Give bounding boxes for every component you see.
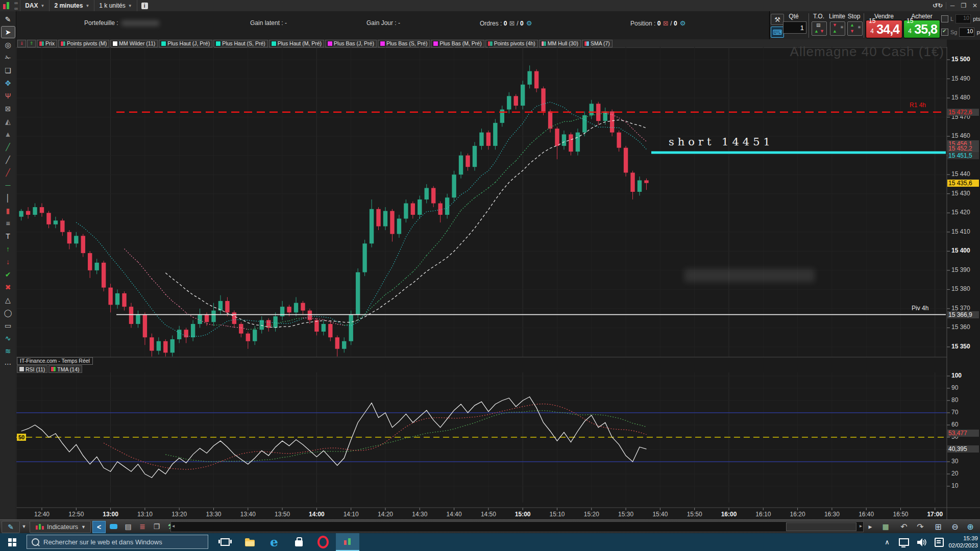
zoom-out-icon[interactable]: ⊖ (948, 521, 962, 532)
time-tick-label: 13:00 (100, 511, 122, 518)
price-tick-label: 15 380 (951, 285, 979, 292)
trading-platform-window: ∞∞ DAX▼ 2 minutes▼ 1 k unités▼ i ↺↻ ─ ❐ … (0, 0, 980, 551)
time-tick-label: 15:40 (649, 511, 671, 518)
price-tick-label: 15 360 (951, 323, 979, 331)
price-value-label: 15 451,5 (947, 152, 979, 159)
indicators-button[interactable]: Indicateurs ▼ (30, 521, 91, 533)
share-icon[interactable]: < (92, 521, 106, 533)
price-chart[interactable] (0, 0, 980, 551)
volume-icon[interactable] (914, 533, 930, 551)
rsi-tick-label: 80 (951, 396, 979, 404)
time-tick-label: 13:30 (203, 511, 225, 518)
time-tick-label: 13:20 (168, 511, 190, 518)
legend-swatch-icon (51, 367, 56, 371)
time-tick-label: 14:10 (340, 511, 362, 518)
time-tick-label: 15:30 (615, 511, 637, 518)
price-tick-label: 15 440 (951, 170, 979, 178)
rsi-tick-label: 20 (951, 470, 979, 477)
rsi-tick-label: 10 (951, 482, 979, 489)
legend-item-label: TMA (14) (57, 366, 79, 372)
time-tick-label: 15:10 (546, 511, 569, 518)
draw-button[interactable]: ✎ (2, 521, 20, 533)
moving-averages (76, 102, 646, 336)
time-tick-label: 16:20 (787, 511, 809, 518)
price-tick-label: 15 390 (951, 266, 979, 273)
speaker-icon (917, 538, 926, 546)
redacted-blur (684, 269, 815, 282)
price-value-label: 15 366,9 (947, 311, 979, 318)
time-tick-label: 16:50 (890, 511, 912, 518)
file-explorer-button[interactable] (238, 533, 261, 551)
short-annotation[interactable]: short 14451 (669, 136, 774, 148)
taskbar-search-input[interactable]: Rechercher sur le web et dans Windows (27, 535, 208, 549)
r1-4h-label: R1 4h (910, 102, 926, 109)
indicator-icon (35, 523, 44, 531)
price-value-label: 15 452,2 (947, 145, 979, 152)
candlestick-series (19, 65, 648, 357)
rsi-legend-item[interactable]: TMA (14) (48, 365, 82, 373)
rsi-value-label: 53,477 (947, 430, 979, 437)
taskbar-clock[interactable]: 15:3902/02/2023 (942, 535, 978, 549)
scroll-left-icon[interactable]: ◂ (172, 523, 175, 529)
windows-store-button[interactable] (287, 533, 310, 551)
windows-taskbar: Rechercher sur le web et dans Windows e … (0, 533, 980, 551)
start-button[interactable] (0, 533, 24, 551)
time-tick-label: 17:00 (924, 511, 946, 518)
time-tick-label: 12:40 (31, 511, 53, 518)
redo-icon[interactable]: ↷ (914, 521, 927, 532)
rsi-tick-label: 90 (951, 384, 979, 391)
pivot-4h-label: Piv 4h (912, 305, 928, 312)
chevron-down-icon: ▼ (81, 524, 86, 530)
network-icon[interactable] (896, 533, 912, 551)
time-tick-label: 13:40 (237, 511, 259, 518)
price-tick-label: 15 410 (951, 228, 979, 235)
time-tick-label: 13:50 (271, 511, 293, 518)
scrollbar-thumb[interactable] (786, 522, 856, 531)
legend-item-label: RSI (11) (26, 366, 45, 372)
rsi-legend-bar: RSI (11)TMA (14) (17, 365, 82, 373)
tray-chevron-up-icon[interactable]: ∧ (880, 533, 894, 551)
chart-scrollbar[interactable]: ◂ ▸ (170, 521, 864, 532)
orderbook-icon[interactable]: ≣ (136, 521, 149, 532)
price-tick-label: 15 490 (951, 75, 979, 82)
time-tick-label: 14:50 (477, 511, 500, 518)
rsi-legend-item[interactable]: RSI (11) (17, 365, 47, 373)
rsi-tick-label: 60 (951, 421, 979, 428)
price-tick-label: 15 430 (951, 190, 979, 197)
rsi-mid-label: 50 (17, 434, 26, 441)
time-tick-label: 13:10 (134, 511, 156, 518)
scroll-right-icon[interactable]: ▸ (860, 523, 862, 529)
opera-browser-button[interactable] (311, 533, 335, 551)
news-icon[interactable]: ▤ (122, 521, 134, 532)
price-value-label: 15 472,6 (947, 109, 979, 116)
price-tick-label: 15 350 (951, 343, 979, 350)
time-tick-label: 14:20 (374, 511, 397, 518)
price-tick-label: 15 460 (951, 132, 979, 139)
trading-app-button[interactable] (336, 533, 359, 551)
time-tick-label: 16:30 (821, 511, 843, 518)
zoom-fit-icon[interactable]: ⊞ (931, 521, 945, 532)
chat-icon[interactable] (107, 521, 119, 532)
price-tick-label: 15 500 (951, 56, 979, 63)
rsi-tick-label: 100 (951, 372, 979, 379)
task-view-button[interactable] (213, 533, 237, 551)
time-tick-label: 15:50 (683, 511, 706, 518)
edge-browser-button[interactable]: e (262, 533, 286, 551)
draw-dropdown-icon[interactable]: ▼ (20, 521, 28, 532)
rsi-tick-label: 30 (951, 458, 979, 465)
time-tick-label: 16:40 (855, 511, 877, 518)
rsi-value-label: 40,395 (947, 445, 979, 453)
time-tick-label: 16:10 (752, 511, 774, 518)
panel-borders (16, 47, 980, 519)
time-tick-label: 14:30 (408, 511, 431, 518)
time-tick-label: 14:00 (305, 511, 328, 518)
legend-swatch-icon (19, 367, 24, 371)
calendar-goto-icon[interactable]: ▦ (879, 521, 892, 532)
chart-window-icon[interactable]: ❐ (151, 521, 163, 532)
time-tick-label: 15:20 (580, 511, 603, 518)
price-reference-lines (116, 112, 946, 315)
zoom-in-icon[interactable]: ⊕ (964, 521, 977, 532)
chart-bottom-toolbar: ✎ ▼ Indicateurs ▼ < ▤ ≣ ❐ ⚒ « ◂ ▸ ▸ ▦ ↶ … (0, 519, 980, 534)
scroll-end-icon[interactable]: ▸ (867, 521, 874, 532)
undo-icon[interactable]: ↶ (897, 521, 911, 532)
